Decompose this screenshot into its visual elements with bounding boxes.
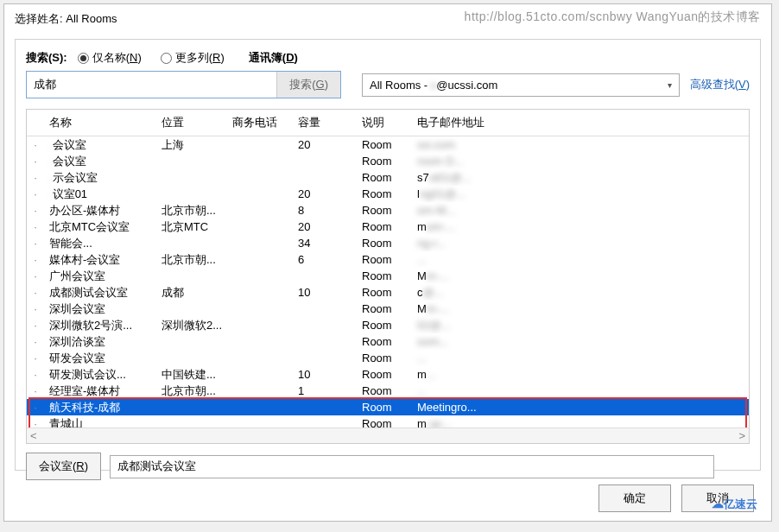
table-row[interactable]: ·· 会议室Roomroom D... — [27, 153, 749, 169]
search-box: 搜索(G) — [26, 71, 341, 98]
main-panel: 搜索(S): 仅名称(N) 更多列(R) 通讯簿(D) 搜索(G) — [15, 39, 761, 471]
cell-desc: Room — [357, 383, 412, 399]
cell-email: ... — [412, 350, 749, 366]
cell-email: oom... — [412, 333, 749, 350]
table-row[interactable]: ·经理室-媒体村北京市朝...1Room... — [27, 383, 749, 399]
cell-location — [156, 160, 227, 163]
cell-phone — [227, 373, 293, 377]
cell-capacity: 20 — [293, 186, 357, 202]
radio-label-name: 仅名称(N) — [92, 50, 142, 66]
cell-location — [156, 242, 227, 245]
cell-location: 北京市朝... — [156, 382, 227, 401]
expand-icon: · — [27, 333, 44, 350]
cell-desc: Room — [357, 268, 412, 284]
table-row[interactable]: ·北京MTC会议室北京MTC20Roommom-... — [27, 218, 749, 235]
cell-capacity — [293, 275, 357, 278]
table-row[interactable]: ·· 会议室上海20Roomssi.com — [27, 136, 749, 153]
cell-capacity: 10 — [293, 366, 357, 383]
cell-phone — [227, 291, 293, 294]
cell-capacity — [293, 307, 357, 311]
cell-location: 北京MTC — [156, 218, 227, 237]
table-row[interactable]: ·成都测试会议室成都10Roomc@... — [27, 284, 749, 301]
room-button[interactable]: 会议室(R) — [26, 453, 101, 480]
search-button[interactable]: 搜索(G) — [276, 72, 340, 98]
table-body[interactable]: ·· 会议室上海20Roomssi.com·· 会议室Roomroom D...… — [27, 136, 749, 428]
ok-button[interactable]: 确定 — [598, 484, 671, 512]
cell-email: ... — [412, 383, 749, 399]
expand-icon: · — [27, 202, 44, 218]
cell-phone — [227, 406, 293, 409]
expand-icon: · — [27, 415, 44, 428]
cell-location — [156, 406, 227, 409]
advanced-search-link[interactable]: 高级查找(V) — [690, 77, 750, 92]
brand-logo: ☁亿速云 — [712, 497, 757, 512]
cell-email: 02@... — [412, 317, 749, 333]
cell-phone — [227, 193, 293, 196]
cell-email: Mm-... — [412, 268, 749, 284]
expand-icon: · — [27, 268, 44, 284]
search-input[interactable] — [27, 72, 276, 98]
radio-icon — [161, 53, 172, 64]
cell-phone — [227, 209, 293, 212]
cell-desc: Room — [357, 317, 412, 333]
expand-icon: · — [27, 284, 44, 301]
cell-email: om-M... — [412, 202, 749, 218]
cell-location: 上海 — [156, 136, 227, 155]
rooms-table: 名称 位置 商务电话 容量 说明 电子邮件地址 ·· 会议室上海20Roomss… — [26, 109, 750, 444]
addressbook-select[interactable]: All Rooms - v@ucssi.com ▾ — [362, 73, 680, 97]
addressbook-value: All Rooms - v@ucssi.com — [370, 79, 497, 92]
table-row[interactable]: ·智能会...34Roomng-r... — [27, 235, 749, 251]
cell-phone — [227, 143, 293, 147]
scroll-left-icon[interactable]: < — [30, 429, 37, 442]
cell-capacity — [293, 406, 357, 409]
table-row[interactable]: ·办公区-媒体村北京市朝...8Roomom-M... — [27, 202, 749, 218]
cell-email: m... — [412, 366, 749, 383]
cell-phone — [227, 324, 293, 327]
cell-desc: Room — [357, 153, 412, 169]
table-row[interactable]: ·研发会议室Room... — [27, 350, 749, 366]
cell-location: 深圳微软2... — [156, 316, 227, 335]
cell-desc: Room — [357, 284, 412, 301]
table-row[interactable]: ·· 议室0120Roomlng01@... — [27, 186, 749, 202]
col-phone[interactable]: 商务电话 — [227, 113, 293, 132]
table-row[interactable]: ·媒体村-会议室北京市朝...6Room... — [27, 251, 749, 268]
table-row[interactable]: ·青城山Roomm-qc... — [27, 415, 749, 428]
col-location[interactable]: 位置 — [156, 113, 227, 132]
cell-capacity — [293, 160, 357, 163]
horizontal-scrollbar[interactable]: < > — [27, 428, 749, 443]
search-label: 搜索(S): — [26, 50, 67, 66]
cell-capacity: 34 — [293, 235, 357, 251]
radio-icon — [78, 53, 89, 64]
table-row[interactable]: ·航天科技-成都RoomMeetingro... — [27, 399, 749, 415]
expand-icon: · — [27, 399, 44, 415]
cell-email: room D... — [412, 153, 749, 169]
room-input[interactable] — [110, 455, 714, 478]
cell-phone — [227, 160, 293, 163]
cell-capacity: 8 — [293, 202, 357, 218]
table-row[interactable]: ·研发测试会议...中国铁建...10Roomm... — [27, 366, 749, 383]
scroll-right-icon[interactable]: > — [738, 429, 745, 442]
col-email[interactable]: 电子邮件地址 — [412, 113, 749, 132]
table-row[interactable]: ·广州会议室RoomMm-... — [27, 268, 749, 284]
search-radio-row: 搜索(S): 仅名称(N) 更多列(R) 通讯簿(D) — [26, 50, 750, 66]
table-row[interactable]: ·· 示会议室Rooms7st01@... — [27, 169, 749, 186]
expand-icon: · — [27, 136, 44, 153]
col-name[interactable]: 名称 — [44, 113, 156, 132]
radio-name-only[interactable]: 仅名称(N) — [78, 50, 142, 66]
cell-location — [156, 193, 227, 196]
cell-capacity: 20 — [293, 218, 357, 235]
radio-more-cols[interactable]: 更多列(R) — [161, 50, 225, 66]
cell-capacity — [293, 324, 357, 327]
table-row[interactable]: ·深圳洽谈室Roomoom... — [27, 333, 749, 350]
cell-location — [156, 357, 227, 360]
col-capacity[interactable]: 容量 — [293, 113, 357, 132]
table-row[interactable]: ·深圳会议室RoomMm-... — [27, 301, 749, 317]
cell-phone — [227, 422, 293, 426]
radio-label-more: 更多列(R) — [175, 50, 225, 66]
cell-desc: Room — [357, 415, 412, 428]
expand-icon: · — [27, 153, 44, 169]
addressbook-label: 通讯簿(D) — [249, 51, 298, 64]
col-desc[interactable]: 说明 — [357, 113, 412, 132]
table-row[interactable]: ·深圳微软2号演...深圳微软2...Room02@... — [27, 317, 749, 333]
cell-desc: Room — [357, 202, 412, 218]
